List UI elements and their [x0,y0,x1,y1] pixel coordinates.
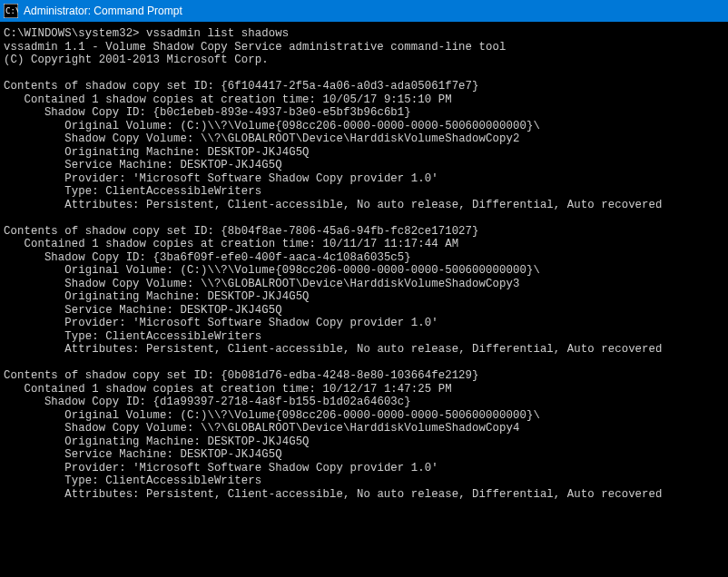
contained-line: Contained 1 shadow copies at creation ti… [24,93,451,106]
copy-vol-line: Shadow Copy Volume: \\?\GLOBALROOT\Devic… [64,278,519,290]
prompt-line: C:\WINDOWS\system32> vssadmin list shado… [4,27,289,40]
svc-mach-line: Service Machine: DESKTOP-JKJ4G5Q [64,448,281,461]
header-line: vssadmin 1.1 - Volume Shadow Copy Servic… [4,41,506,54]
orig-mach-line: Originating Machine: DESKTOP-JKJ4G5Q [64,290,309,303]
copy-vol-line: Shadow Copy Volume: \\?\GLOBALROOT\Devic… [64,132,519,145]
orig-mach-line: Originating Machine: DESKTOP-JKJ4G5Q [64,146,309,159]
shadow-id-line: Shadow Copy ID: {3ba6f09f-efe0-400f-aaca… [44,251,411,264]
contained-line: Contained 1 shadow copies at creation ti… [24,238,458,250]
shadow-id-line: Shadow Copy ID: {d1a99397-2718-4a8f-b155… [44,396,411,408]
attrs-line: Attributes: Persistent, Client-accessibl… [64,343,662,356]
svg-text:C:\: C:\ [5,6,18,15]
copy-vol-line: Shadow Copy Volume: \\?\GLOBALROOT\Devic… [64,422,519,435]
type-line: Type: ClientAccessibleWriters [64,185,261,198]
orig-vol-line: Original Volume: (C:)\\?\Volume{098cc206… [64,409,540,422]
contained-line: Contained 1 shadow copies at creation ti… [24,383,451,396]
window-titlebar[interactable]: C:\ Administrator: Command Prompt [0,0,728,22]
type-line: Type: ClientAccessibleWriters [64,330,261,343]
set-header: Contents of shadow copy set ID: {0b081d7… [4,369,479,382]
provider-line: Provider: 'Microsoft Software Shadow Cop… [64,462,438,474]
svc-mach-line: Service Machine: DESKTOP-JKJ4G5Q [64,304,281,317]
provider-line: Provider: 'Microsoft Software Shadow Cop… [64,317,438,329]
cmd-icon: C:\ [4,4,18,18]
shadow-id-line: Shadow Copy ID: {b0c1ebeb-893e-4937-b3e0… [44,106,411,119]
attrs-line: Attributes: Persistent, Client-accessibl… [64,488,662,501]
attrs-line: Attributes: Persistent, Client-accessibl… [64,199,662,211]
terminal-output[interactable]: C:\WINDOWS\system32> vssadmin list shado… [0,22,728,577]
provider-line: Provider: 'Microsoft Software Shadow Cop… [64,172,438,185]
copyright-line: (C) Copyright 2001-2013 Microsoft Corp. [4,54,269,66]
set-header: Contents of shadow copy set ID: {6f10441… [4,80,479,93]
orig-mach-line: Originating Machine: DESKTOP-JKJ4G5Q [64,435,309,448]
type-line: Type: ClientAccessibleWriters [64,474,261,487]
orig-vol-line: Original Volume: (C:)\\?\Volume{098cc206… [64,264,540,277]
window-title: Administrator: Command Prompt [24,5,182,17]
svc-mach-line: Service Machine: DESKTOP-JKJ4G5Q [64,159,281,171]
set-header: Contents of shadow copy set ID: {8b04f8a… [4,225,479,238]
orig-vol-line: Original Volume: (C:)\\?\Volume{098cc206… [64,120,540,132]
